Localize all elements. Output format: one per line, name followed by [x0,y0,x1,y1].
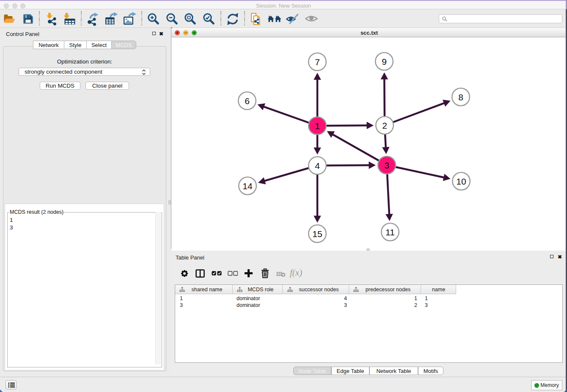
svg-text:14: 14 [242,181,253,191]
svg-text:7: 7 [315,57,320,67]
svg-text:4: 4 [315,161,320,171]
svg-text:9: 9 [382,57,387,66]
svg-text:3: 3 [384,160,389,170]
svg-text:6: 6 [245,96,250,106]
svg-text:10: 10 [456,177,466,186]
svg-text:2: 2 [382,121,387,130]
svg-text:1: 1 [315,121,320,131]
svg-text:15: 15 [312,229,322,239]
svg-text:8: 8 [458,92,463,102]
svg-text:11: 11 [385,227,395,237]
